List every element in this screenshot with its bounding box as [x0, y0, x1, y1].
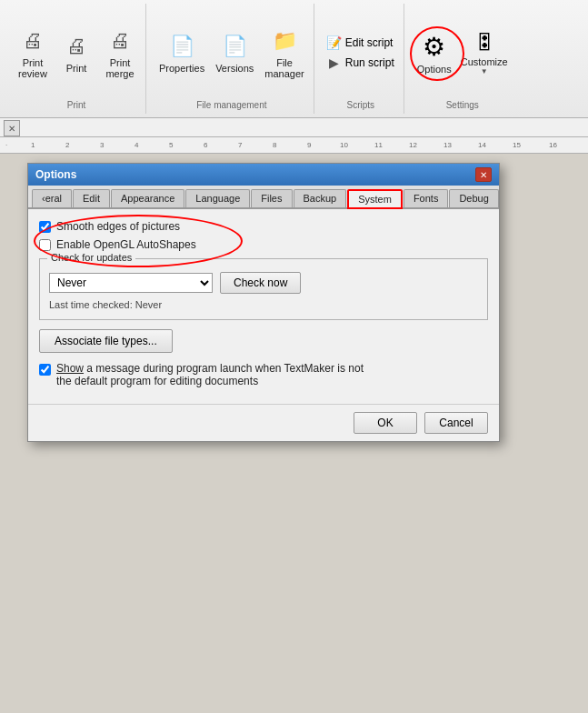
dialog-titlebar: Options ✕ — [28, 164, 499, 186]
print-icon: 🖨 — [62, 32, 91, 61]
options-label: Options — [417, 64, 452, 75]
ruler-mark: 15 — [513, 141, 521, 149]
update-row: Never Daily Weekly Monthly Check now — [49, 272, 478, 294]
run-script-button[interactable]: ▶ Run script — [324, 54, 398, 72]
tab-edit-label: Edit — [83, 193, 100, 204]
run-script-icon: ▶ — [327, 55, 342, 70]
ruler-mark: · — [5, 141, 7, 149]
options-dialog: Options ✕ ‹eral Edit Appearance Language… — [27, 163, 500, 442]
scripts-group-label: Scripts — [324, 100, 398, 110]
ruler-mark: 2 — [65, 141, 69, 149]
ruler: · 1 2 3 4 5 6 7 8 9 10 11 12 13 14 15 16 — [0, 137, 588, 154]
tab-appearance[interactable]: Appearance — [111, 189, 184, 207]
print-preview-label: Printreview — [18, 57, 47, 79]
smooth-edges-checkbox[interactable] — [39, 221, 51, 233]
ruler-mark: 6 — [204, 141, 207, 149]
properties-button[interactable]: 📄 Properties — [155, 28, 208, 77]
options-button[interactable]: ⚙ Options — [417, 32, 452, 75]
edit-script-label: Edit script — [345, 36, 394, 49]
tab-system[interactable]: System — [347, 189, 403, 209]
opengl-checkbox[interactable] — [39, 239, 51, 251]
customize-label: Customize — [461, 56, 508, 67]
main-area: Options ✕ ‹eral Edit Appearance Language… — [0, 154, 588, 172]
ok-button[interactable]: OK — [354, 412, 417, 434]
dialog-tabs: ‹eral Edit Appearance Language Files Bac… — [28, 186, 499, 209]
toolbar-group-file-management: 📄 Properties 📄 Versions 📁 Filemanager Fi… — [150, 4, 314, 114]
cancel-button[interactable]: Cancel — [424, 412, 488, 434]
tab-debug[interactable]: Debug — [449, 189, 498, 207]
tab-general-label: ‹eral — [42, 193, 62, 204]
print-merge-button[interactable]: 🖨 Printmerge — [100, 23, 140, 83]
last-checked-text: Last time checked: Never — [49, 299, 478, 310]
ruler-mark: 16 — [549, 141, 557, 149]
show-message-checkbox[interactable] — [39, 364, 51, 376]
tab-language[interactable]: Language — [185, 189, 250, 207]
file-management-group-label: File management — [196, 100, 266, 110]
run-script-label: Run script — [345, 56, 394, 69]
settings-group-label: Settings — [446, 100, 479, 110]
print-label: Print — [66, 63, 87, 74]
check-now-button[interactable]: Check now — [220, 272, 301, 294]
check-for-updates-group: Check for updates Never Daily Weekly Mon… — [39, 258, 488, 320]
opengl-label: Enable OpenGL AutoShapes — [56, 238, 196, 251]
print-button[interactable]: 🖨 Print — [56, 28, 96, 77]
toolbar: 🖨 Printreview 🖨 Print 🖨 Printmerge Print… — [0, 0, 588, 118]
check-for-updates-legend: Check for updates — [47, 252, 135, 263]
tab-files[interactable]: Files — [251, 189, 292, 207]
ruler-mark: 14 — [478, 141, 486, 149]
edit-script-button[interactable]: 📝 Edit script — [324, 34, 398, 52]
file-manager-label: Filemanager — [264, 57, 304, 79]
frequency-select[interactable]: Never Daily Weekly Monthly — [49, 273, 213, 293]
print-group-label: Print — [67, 100, 86, 110]
tab-general[interactable]: ‹eral — [32, 189, 72, 207]
customize-button[interactable]: 🎛 Customize ▼ — [461, 31, 508, 75]
customize-icon: 🎛 — [474, 31, 494, 55]
properties-label: Properties — [159, 63, 204, 74]
print-preview-button[interactable]: 🖨 Printreview — [13, 23, 53, 83]
ruler-mark: 5 — [169, 141, 173, 149]
ruler-mark: 1 — [31, 141, 35, 149]
tab-debug-label: Debug — [459, 193, 488, 204]
ruler-mark: 10 — [340, 141, 348, 149]
versions-label: Versions — [215, 63, 254, 74]
checkboxes-section: Smooth edges of pictures Enable OpenGL A… — [39, 220, 488, 251]
tab-system-label: System — [358, 194, 392, 205]
customize-dropdown-arrow: ▼ — [481, 67, 488, 75]
versions-icon: 📄 — [220, 32, 249, 61]
tab-backup-label: Backup — [304, 193, 337, 204]
print-merge-icon: 🖨 — [105, 26, 135, 55]
smooth-edges-row: Smooth edges of pictures — [39, 220, 488, 233]
versions-button[interactable]: 📄 Versions — [212, 28, 257, 77]
ruler-mark: 12 — [409, 141, 417, 149]
ruler-mark: 11 — [374, 141, 383, 149]
opengl-row: Enable OpenGL AutoShapes — [39, 238, 488, 251]
tab-fonts-label: Fonts — [414, 193, 439, 204]
tab-backup[interactable]: Backup — [294, 189, 347, 207]
tab-close-button[interactable]: ✕ — [4, 120, 20, 136]
smooth-edges-label: Smooth edges of pictures — [56, 220, 180, 233]
ruler-mark: 9 — [307, 141, 311, 149]
properties-icon: 📄 — [167, 32, 196, 61]
file-manager-icon: 📁 — [270, 26, 299, 55]
dialog-footer: OK Cancel — [28, 404, 499, 441]
ruler-mark: 13 — [443, 141, 452, 149]
associate-file-types-button[interactable]: Associate file types... — [39, 329, 173, 353]
tab-files-label: Files — [261, 193, 282, 204]
toolbar-group-print: 🖨 Printreview 🖨 Print 🖨 Printmerge Print — [7, 4, 146, 114]
file-manager-button[interactable]: 📁 Filemanager — [261, 23, 307, 83]
options-icon: ⚙ — [423, 32, 445, 62]
dialog-close-button[interactable]: ✕ — [475, 167, 492, 182]
toolbar-group-settings: ⚙ Options 🎛 Customize ▼ Settings — [408, 4, 517, 114]
tab-fonts[interactable]: Fonts — [404, 189, 449, 207]
ruler-marks: · 1 2 3 4 5 6 7 8 9 10 11 12 13 14 15 16 — [4, 137, 584, 154]
print-merge-label: Printmerge — [105, 57, 134, 79]
tab-bar: ✕ — [0, 118, 588, 137]
show-message-link[interactable]: Show — [56, 362, 84, 375]
tab-language-label: Language — [195, 193, 240, 204]
toolbar-group-scripts: 📝 Edit script ▶ Run script Scripts — [318, 4, 404, 114]
print-preview-icon: 🖨 — [18, 26, 47, 55]
tab-edit[interactable]: Edit — [73, 189, 110, 207]
dialog-body: Smooth edges of pictures Enable OpenGL A… — [28, 209, 499, 404]
dialog-title: Options — [35, 168, 76, 181]
ruler-mark: 3 — [100, 141, 104, 149]
